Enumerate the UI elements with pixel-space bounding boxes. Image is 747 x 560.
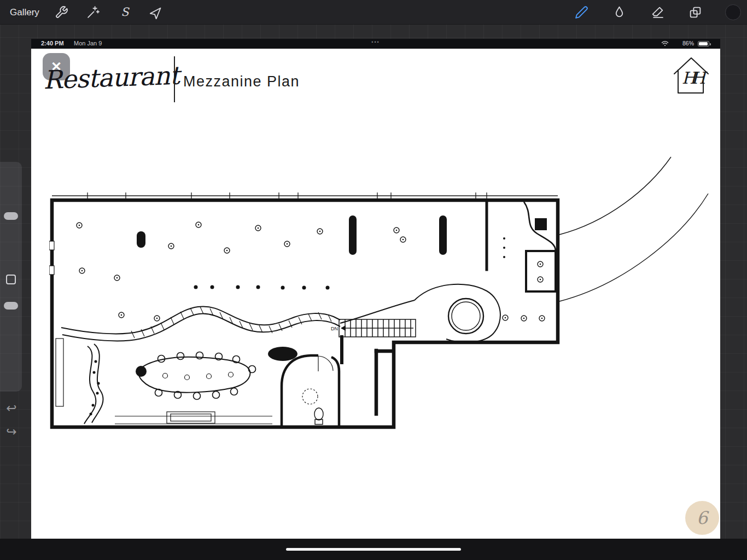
page-title: Mezzanine Plan bbox=[183, 73, 300, 90]
status-bar: 2:40 PM Mon Jan 9 ••• 86% bbox=[31, 39, 720, 49]
page-number: 6 bbox=[697, 508, 708, 528]
layers-icon[interactable] bbox=[688, 5, 702, 19]
adjustments-wand-icon[interactable] bbox=[86, 5, 100, 19]
svg-text:S: S bbox=[121, 5, 130, 19]
brand-script-title: Restaurant bbox=[43, 61, 180, 95]
transform-arrow-icon[interactable] bbox=[150, 5, 164, 19]
brush-size-slider[interactable] bbox=[4, 212, 18, 220]
active-color-swatch[interactable] bbox=[725, 4, 741, 20]
sidebar-controls bbox=[0, 162, 22, 392]
selection-s-icon[interactable]: S bbox=[118, 5, 132, 19]
actions-wrench-icon[interactable] bbox=[55, 5, 68, 19]
procreate-app: Gallery S 2:40 PM Mon Jan 9 ••• bbox=[0, 0, 747, 560]
title-divider bbox=[174, 56, 175, 102]
undo-button[interactable]: ↩ bbox=[3, 400, 20, 416]
eraser-icon[interactable] bbox=[651, 5, 664, 19]
wifi-icon bbox=[661, 40, 669, 46]
battery-icon bbox=[698, 41, 709, 46]
opacity-slider[interactable] bbox=[4, 302, 18, 310]
modify-button[interactable] bbox=[6, 275, 16, 284]
floor-plan-drawing: DN bbox=[49, 110, 711, 438]
stairs-dn-label: DN bbox=[331, 326, 338, 331]
redo-button[interactable]: ↪ bbox=[3, 423, 20, 440]
logo-monogram: HH bbox=[672, 68, 710, 88]
multitask-indicator[interactable]: ••• bbox=[31, 39, 720, 45]
bottom-bar bbox=[0, 539, 747, 560]
floor-plan: DN bbox=[49, 110, 711, 438]
home-indicator[interactable] bbox=[286, 548, 461, 551]
smudge-icon[interactable] bbox=[612, 5, 626, 19]
brush-icon[interactable] bbox=[575, 5, 588, 19]
gallery-button[interactable]: Gallery bbox=[10, 0, 39, 25]
top-toolbar: Gallery S bbox=[0, 0, 747, 25]
battery-percent: 86% bbox=[682, 40, 694, 46]
page-number-badge: 6 bbox=[685, 501, 719, 535]
drawing-canvas[interactable]: ✕ Restaurant Mezzanine Plan HH 6 bbox=[31, 49, 720, 539]
house-logo: HH bbox=[672, 54, 710, 99]
